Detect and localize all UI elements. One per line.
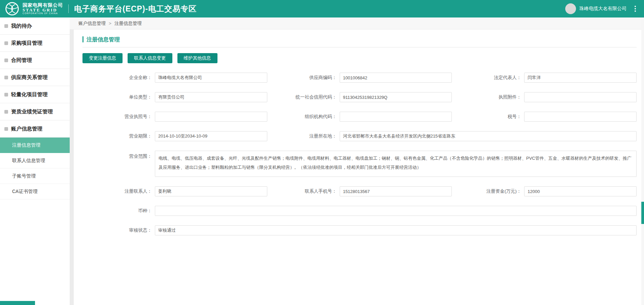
field-credit-code: 统一社会信用代码：: [267, 92, 452, 102]
sidebar-item-supplier-relations[interactable]: 供应商关系管理: [0, 69, 70, 86]
org-name-block: 国家电网有限公司 STATE GRID CORPORATION OF CHINA: [23, 3, 63, 14]
tax-no-label: 税号：: [452, 114, 524, 120]
sidebar-subitem-label: 联系人信息管理: [12, 158, 45, 164]
breadcrumb: 账户信息管理 > 注册信息管理: [70, 17, 644, 30]
header-divider: [68, 4, 69, 13]
license-attachment-label: 执照附件：: [452, 94, 524, 100]
registered-contact-input[interactable]: [155, 186, 267, 196]
sidebar-subitem-subaccount[interactable]: 子账号管理: [0, 168, 70, 184]
sidebar-subitem-ca-certificate[interactable]: CA证书管理: [0, 184, 70, 199]
sidebar-item-contracts[interactable]: 合同管理: [0, 52, 70, 69]
org-name-en: STATE GRID: [23, 8, 63, 12]
audit-status-label: 审核状态：: [82, 227, 155, 233]
field-supplier-code: 供应商编码：: [267, 73, 452, 83]
org-code-label: 组织机构代码：: [267, 114, 340, 120]
user-avatar: [565, 3, 576, 14]
sidebar-subitem-registration-info[interactable]: 注册信息管理: [0, 138, 70, 153]
business-term-label: 营业期限：: [82, 133, 155, 139]
sidebar-item-label: 供应商关系管理: [11, 74, 48, 81]
currency-input[interactable]: [155, 206, 637, 216]
field-registered-capital: 注册资金(万元)：: [452, 186, 637, 196]
content-gap: [70, 30, 74, 305]
field-contact-phone: 联系人手机号：: [267, 186, 452, 196]
sidebar-item-qualification-certificates[interactable]: 资质业绩凭证管理: [0, 103, 70, 120]
breadcrumb-current: 注册信息管理: [114, 21, 142, 27]
field-tax-no: 税号：: [452, 112, 637, 122]
sidebar-item-account-info[interactable]: 账户信息管理: [0, 120, 70, 138]
menu-square-icon: [4, 127, 8, 131]
field-business-term: 营业期限：: [82, 131, 267, 141]
license-attachment-input[interactable]: [524, 92, 637, 102]
sidebar-item-label: 账户信息管理: [11, 125, 42, 132]
menu-square-icon: [4, 41, 8, 45]
contact-phone-input[interactable]: [340, 186, 452, 196]
content-panel: 注册信息管理 变更注册信息 联系人信息变更 维护其他信息 企业全称：: [74, 30, 644, 305]
state-grid-logo-icon: [5, 1, 20, 16]
org-name-sub: CORPORATION OF CHINA: [23, 12, 63, 15]
field-legal-rep: 法定代表人：: [452, 73, 637, 83]
tax-no-input[interactable]: [524, 112, 637, 122]
sidebar-item-label: 我的待办: [11, 23, 32, 30]
company-name-label: 企业全称：: [82, 75, 155, 81]
header-user-area: 珠峰电缆大名有限公司: [565, 3, 637, 14]
sidebar-item-label: 采购项目管理: [11, 40, 42, 47]
supplier-code-input[interactable]: [340, 73, 452, 83]
sidebar-subitem-label: 子账号管理: [12, 173, 36, 179]
business-scope-label: 营业范围：: [82, 151, 155, 159]
business-term-input[interactable]: [155, 131, 267, 141]
field-registered-contact: 注册联系人：: [82, 186, 267, 196]
toolbar: 变更注册信息 联系人信息变更 维护其他信息: [82, 53, 637, 63]
audit-status-input[interactable]: [155, 225, 637, 235]
registered-capital-label: 注册资金(万元)：: [452, 188, 524, 194]
field-business-scope: 营业范围： 电线、电缆、低压电器、成套设备、光纤、光缆及配件生产销售；电缆附件、…: [82, 151, 637, 177]
sidebar-item-label: 资质业绩凭证管理: [11, 108, 53, 115]
vertical-scrollbar[interactable]: [641, 17, 644, 305]
scrollbar-thumb[interactable]: [641, 202, 644, 224]
kebab-menu-icon[interactable]: [633, 4, 637, 13]
state-grid-logo: 国家电网有限公司 STATE GRID CORPORATION OF CHINA: [5, 1, 63, 16]
unit-type-input[interactable]: [155, 92, 267, 102]
field-currency: 币种：: [82, 206, 637, 216]
field-company-name: 企业全称：: [82, 73, 267, 83]
field-registered-address: 注册所在地：: [267, 131, 637, 141]
sidebar-subitem-label: 注册信息管理: [12, 142, 40, 148]
change-registration-info-button[interactable]: 变更注册信息: [82, 53, 123, 63]
breadcrumb-parent[interactable]: 账户信息管理: [78, 21, 106, 27]
registered-capital-input[interactable]: [524, 186, 637, 196]
credit-code-input[interactable]: [340, 92, 452, 102]
field-license-attachment: 执照附件：: [452, 92, 637, 102]
sidebar-subitem-contact-info[interactable]: 联系人信息管理: [0, 153, 70, 168]
menu-square-icon: [4, 24, 8, 28]
license-no-input[interactable]: [155, 112, 267, 122]
app-title: 电子商务平台(ECP)-电工交易专区: [74, 4, 197, 14]
page-title: 注册信息管理: [82, 36, 637, 42]
business-scope-textarea[interactable]: 电线、电缆、低压电器、成套设备、光纤、光缆及配件生产销售；电缆附件、电缆用材料、…: [155, 151, 637, 177]
org-name-cn: 国家电网有限公司: [23, 3, 63, 8]
legal-rep-input[interactable]: [524, 73, 637, 83]
title-divider: [82, 47, 637, 47]
org-code-input[interactable]: [340, 112, 452, 122]
contact-phone-label: 联系人手机号：: [267, 188, 340, 194]
company-name-input[interactable]: [155, 73, 267, 83]
supplier-code-label: 供应商编码：: [267, 75, 340, 81]
sidebar-item-procurement-projects[interactable]: 采购项目管理: [0, 35, 70, 52]
breadcrumb-separator: >: [109, 21, 111, 26]
registered-address-input[interactable]: [340, 131, 637, 141]
legal-rep-label: 法定代表人：: [452, 75, 524, 81]
credit-code-label: 统一社会信用代码：: [267, 94, 340, 100]
user-company-name: 珠峰电缆大名有限公司: [579, 6, 626, 12]
main-area: 账户信息管理 > 注册信息管理 注册信息管理 变更注册信息 联系人信息变更 维护…: [70, 17, 644, 305]
maintain-other-info-button[interactable]: 维护其他信息: [177, 53, 217, 63]
field-unit-type: 单位类型：: [82, 92, 267, 102]
sidebar-subitem-label: CA证书管理: [12, 189, 37, 195]
registration-form: 企业全称： 供应商编码： 法定代表人：: [82, 73, 637, 235]
sidebar-item-label: 合同管理: [11, 57, 32, 64]
unit-type-label: 单位类型：: [82, 94, 155, 100]
change-contact-info-button[interactable]: 联系人信息变更: [128, 53, 172, 63]
menu-square-icon: [4, 76, 8, 79]
sidebar-item-lightweight-projects[interactable]: 轻量化项目管理: [0, 86, 70, 103]
sidebar-item-label: 轻量化项目管理: [11, 91, 48, 98]
sidebar-item-my-todo[interactable]: 我的待办: [0, 17, 70, 35]
field-audit-status: 审核状态：: [82, 225, 637, 235]
license-no-label: 营业执照号：: [82, 114, 155, 120]
